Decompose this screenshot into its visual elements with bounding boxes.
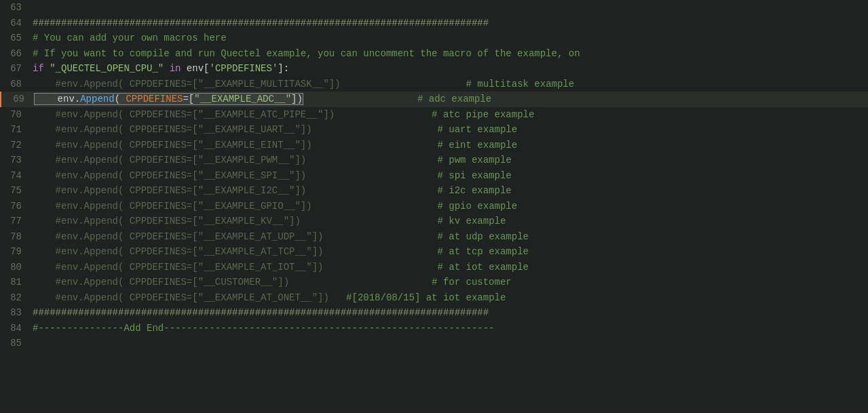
token: # uart example [438,124,518,135]
token [306,155,437,165]
selection-highlight: env.Append( CPPDEFINES=["__EXAMPLE_ADC__… [34,93,303,105]
code-line: 63 [0,0,868,16]
line-number: 68 [0,77,33,92]
token: #env.Append( CPPDEFINES=["__EXAMPLE_GPIO… [33,201,312,212]
line-number: 79 [0,244,33,259]
token: if [33,63,44,74]
token: ########################################… [33,307,489,318]
line-content: #---------------Add End-----------------… [33,321,868,336]
code-editor: 6364####################################… [0,0,868,413]
line-number: 82 [0,290,33,305]
line-number: 65 [0,31,33,45]
code-line: 66# If you want to compile and run Quect… [0,46,868,62]
token: #---------------Add End-----------------… [33,323,495,334]
line-number: 78 [0,229,33,244]
token: #env.Append( CPPDEFINES=["__EXAMPLE_AT_T… [33,246,323,257]
token: # spi example [438,170,512,181]
line-content: #env.Append( CPPDEFINES=["__EXAMPLE_AT_T… [33,244,868,259]
token: in [170,63,181,74]
token: # atc pipe example [432,109,534,120]
code-line: 64######################################… [0,16,868,31]
token: # multitask example [466,79,575,90]
line-number: 84 [0,321,33,336]
code-line: 69 env.Append( CPPDEFINES=["__EXAMPLE_AD… [0,92,868,107]
code-line: 79 #env.Append( CPPDEFINES=["__EXAMPLE_A… [0,244,868,260]
line-content: #env.Append( CPPDEFINES=["__EXAMPLE_KV__… [33,214,868,229]
token [341,79,466,90]
line-content: #env.Append( CPPDEFINES=["__EXAMPLE_AT_O… [33,290,868,305]
line-number: 70 [0,107,33,122]
code-line: 78 #env.Append( CPPDEFINES=["__EXAMPLE_A… [0,229,868,245]
code-line: 75 #env.Append( CPPDEFINES=["__EXAMPLE_I… [0,183,868,199]
token [164,63,169,74]
token: # eint example [438,140,518,151]
line-content: #env.Append( CPPDEFINES=["__EXAMPLE_MULT… [33,77,868,92]
line-number: 77 [0,214,33,229]
token: # gpio example [438,201,518,212]
line-number: 73 [0,153,33,168]
token: # at udp example [438,231,529,242]
token [306,185,437,196]
token: #env.Append( CPPDEFINES=["__EXAMPLE_AT_O… [33,292,329,303]
token: # at iot example [438,262,529,273]
token: #env.Append( CPPDEFINES=["__EXAMPLE_UART… [33,124,312,135]
token [323,262,437,273]
token: #env.Append( CPPDEFINES=["__EXAMPLE_AT_I… [33,262,323,273]
line-content: #env.Append( CPPDEFINES=["__CUSTOMER__"]… [33,275,868,290]
line-number: 75 [0,183,33,198]
line-number: 85 [0,336,33,351]
line-number: 64 [0,16,33,31]
token: 'CPPDEFINES' [209,63,278,74]
line-number: 72 [0,138,33,153]
token: # for customer [432,277,512,288]
code-line: 80 #env.Append( CPPDEFINES=["__EXAMPLE_A… [0,260,868,275]
line-content: #env.Append( CPPDEFINES=["__EXAMPLE_EINT… [33,138,868,153]
line-number: 69 [1,92,34,106]
token [44,63,50,74]
line-number: 83 [0,305,33,320]
line-content: #env.Append( CPPDEFINES=["__EXAMPLE_UART… [33,122,868,137]
token: #env.Append( CPPDEFINES=["__EXAMPLE_AT_U… [33,231,323,242]
token: #env.Append( CPPDEFINES=["__EXAMPLE_SPI_… [33,170,306,181]
code-line: 81 #env.Append( CPPDEFINES=["__CUSTOMER_… [0,275,868,290]
token: #env.Append( CPPDEFINES=["__CUSTOMER__"]… [33,277,289,288]
token: #[2018/08/15] at iot example [346,292,506,303]
token: ]: [278,63,289,74]
code-line: 74 #env.Append( CPPDEFINES=["__EXAMPLE_S… [0,168,868,184]
line-content: #env.Append( CPPDEFINES=["__EXAMPLE_I2C_… [33,183,868,198]
code-line: 83######################################… [0,305,868,321]
code-line: 82 #env.Append( CPPDEFINES=["__EXAMPLE_A… [0,290,868,306]
line-content: env.Append( CPPDEFINES=["__EXAMPLE_ADC__… [34,92,868,106]
token: #env.Append( CPPDEFINES=["__EXAMPLE_ATC_… [33,109,335,120]
line-content: #env.Append( CPPDEFINES=["__EXAMPLE_AT_I… [33,260,868,275]
line-content: # If you want to compile and run Quectel… [33,46,868,61]
line-content: ########################################… [33,305,868,320]
code-line: 77 #env.Append( CPPDEFINES=["__EXAMPLE_K… [0,214,868,229]
code-line: 70 #env.Append( CPPDEFINES=["__EXAMPLE_A… [0,107,868,123]
token [306,170,437,181]
token: #env.Append( CPPDEFINES=["__EXAMPLE_MULT… [33,79,341,90]
line-content: # You can add your own macros here [33,31,868,45]
code-line: 68 #env.Append( CPPDEFINES=["__EXAMPLE_M… [0,77,868,92]
line-content: #env.Append( CPPDEFINES=["__EXAMPLE_GPIO… [33,199,868,214]
line-number: 76 [0,199,33,214]
token [323,246,437,257]
token [301,216,438,227]
token [335,109,432,120]
line-content: #env.Append( CPPDEFINES=["__EXAMPLE_ATC_… [33,107,868,122]
token: ########################################… [33,18,489,28]
token [289,277,432,288]
code-line: 67if "_QUECTEL_OPEN_CPU_" in env['CPPDEF… [0,61,868,77]
token: #env.Append( CPPDEFINES=["__EXAMPLE_KV__… [33,216,301,227]
token: # i2c example [438,185,512,196]
token: env[ [181,63,209,74]
token: "_QUECTEL_OPEN_CPU_" [50,63,164,74]
code-line: 73 #env.Append( CPPDEFINES=["__EXAMPLE_P… [0,153,868,168]
token: #env.Append( CPPDEFINES=["__EXAMPLE_I2C_… [33,185,306,196]
code-line: 65# You can add your own macros here [0,31,868,46]
line-number: 81 [0,275,33,290]
token [312,201,438,212]
line-content: if "_QUECTEL_OPEN_CPU_" in env['CPPDEFIN… [33,61,868,76]
token: # kv example [438,216,506,227]
token [323,231,437,242]
